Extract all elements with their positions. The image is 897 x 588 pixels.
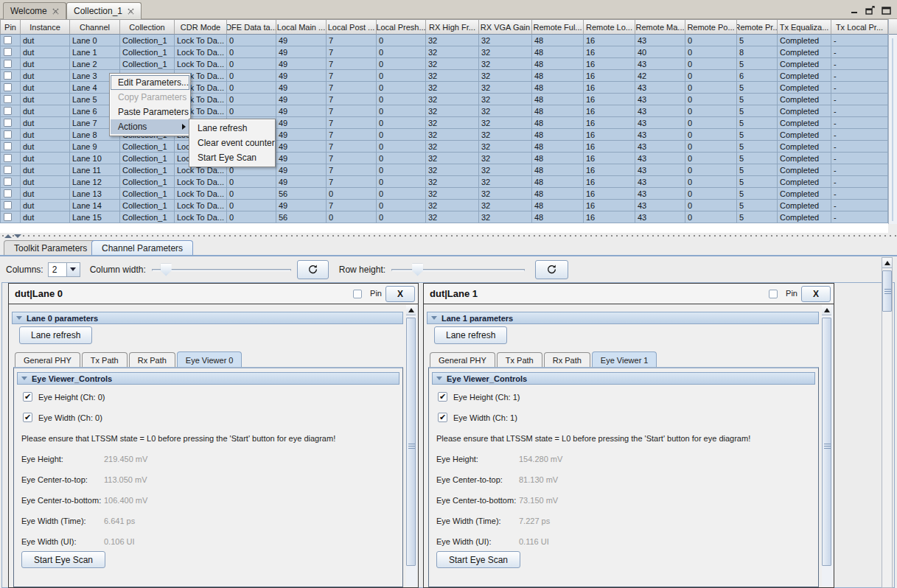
pin-checkbox[interactable] (4, 201, 12, 209)
column-header-remote-pr[interactable]: Remote Pr... (737, 19, 778, 35)
eye-viewer-controls-header[interactable]: Eye Viewer_Controls (17, 372, 399, 385)
column-header-instance[interactable]: Instance (21, 19, 70, 35)
close-panel-button[interactable]: X (801, 286, 831, 302)
column-width-refresh-button[interactable] (297, 260, 329, 279)
lane-parameters-section-header[interactable]: Lane 1 parameters (427, 312, 819, 324)
pin-checkbox[interactable] (4, 48, 12, 56)
pin-checkbox[interactable] (4, 83, 12, 91)
column-width-slider-thumb[interactable] (161, 264, 172, 276)
columns-combobox[interactable]: 2 (48, 262, 80, 277)
table-row[interactable]: dutLane 10Collection_1Lock To Da...04970… (0, 153, 888, 164)
menu-item-paste-parameters[interactable]: Paste Parameters (111, 105, 189, 119)
checkbox-checked[interactable]: ✔ (438, 413, 447, 422)
column-header-remote-lo[interactable]: Remote Lo... (584, 19, 635, 35)
scroll-up-arrow[interactable] (822, 305, 831, 315)
tab-rx-path[interactable]: Rx Path (544, 352, 590, 368)
column-header-local-main[interactable]: Local Main ... (276, 19, 327, 35)
menu-item-actions[interactable]: Actions (111, 119, 189, 134)
checkbox-checked[interactable]: ✔ (23, 392, 32, 402)
column-header-tx-local-pr[interactable]: Tx Local Pr... (831, 19, 888, 35)
lane-refresh-button[interactable]: Lane refresh (19, 326, 92, 344)
pin-checkbox[interactable] (4, 107, 12, 115)
pin-checkbox[interactable] (4, 60, 12, 68)
scrollbar-thumb[interactable] (882, 270, 892, 312)
table-row[interactable]: dutLane 14Collection_1Lock To Da...04970… (0, 200, 888, 211)
pin-checkbox[interactable] (4, 95, 12, 103)
eye-viewer-controls-header[interactable]: Eye Viewer_Controls (432, 372, 815, 385)
column-header-collection[interactable]: Collection (120, 19, 175, 35)
panel-scrollbar[interactable] (822, 305, 833, 587)
column-header-pin[interactable]: Pin (0, 19, 21, 35)
restore-icon[interactable] (865, 4, 875, 18)
table-row[interactable]: dutLane 12Collection_1Lock To Da...04970… (0, 176, 888, 188)
submenu-item-lane-refresh[interactable]: Lane refresh (190, 121, 274, 136)
row-height-slider[interactable] (391, 262, 525, 277)
pin-checkbox[interactable] (769, 290, 778, 298)
tab-general-phy[interactable]: General PHY (15, 352, 80, 368)
menu-item-edit-parameters[interactable]: Edit Parameters... (111, 75, 189, 90)
bottom-section-scrollbar[interactable] (882, 257, 893, 588)
columns-combobox-button[interactable] (67, 262, 80, 277)
row-height-slider-thumb[interactable] (412, 264, 423, 276)
column-header-channel[interactable]: Channel (70, 19, 120, 35)
tab-general-phy[interactable]: General PHY (430, 352, 495, 368)
column-header-local-presh[interactable]: Local Presh... (377, 19, 426, 35)
tab-eye-viewer-0[interactable]: Eye Viewer 0 (177, 351, 242, 368)
tab-welcome[interactable]: Welcome (3, 2, 66, 19)
table-row[interactable]: dutLane 13Collection_1Lock To Da...05600… (0, 188, 888, 200)
tab-tx-path[interactable]: Tx Path (497, 352, 542, 368)
scroll-up-arrow[interactable] (406, 305, 416, 315)
maximize-icon[interactable] (882, 4, 891, 18)
start-eye-scan-button[interactable]: Start Eye Scan (436, 551, 520, 568)
scroll-up-arrow[interactable] (882, 258, 892, 268)
close-icon[interactable] (128, 8, 134, 15)
column-header-rx-high-fr[interactable]: RX High Fr... (426, 19, 479, 35)
tab-channel-parameters[interactable]: Channel Parameters (91, 240, 193, 256)
scrollbar-thumb[interactable] (822, 318, 831, 566)
checkbox-checked[interactable]: ✔ (23, 413, 32, 422)
sash-collapse-down-icon[interactable] (14, 234, 21, 238)
column-header-remote-ma[interactable]: Remote Ma... (635, 19, 685, 35)
table-row[interactable]: dutLane 15Collection_1Lock To Da...05600… (0, 211, 888, 223)
splitter-sash[interactable] (0, 233, 897, 239)
close-icon[interactable] (52, 8, 59, 15)
tab-eye-viewer-1[interactable]: Eye Viewer 1 (592, 351, 657, 368)
pin-checkbox[interactable] (4, 154, 12, 162)
minimize-icon[interactable] (851, 4, 859, 18)
lane-refresh-button[interactable]: Lane refresh (434, 326, 507, 344)
pin-checkbox[interactable] (4, 142, 12, 150)
scrollbar-thumb[interactable] (406, 318, 416, 566)
tab-collection-1[interactable]: Collection_1 (66, 2, 142, 19)
start-eye-scan-button[interactable]: Start Eye Scan (21, 551, 105, 568)
tab-tx-path[interactable]: Tx Path (82, 352, 128, 368)
table-row[interactable]: dutLane 9Collection_1Lock To Da...049703… (0, 141, 888, 153)
checkbox-checked[interactable]: ✔ (438, 392, 447, 402)
pin-checkbox[interactable] (4, 119, 12, 127)
pin-checkbox[interactable] (4, 178, 12, 186)
sash-expand-up-icon[interactable] (4, 234, 12, 238)
pin-checkbox[interactable] (4, 166, 12, 174)
table-row[interactable]: dutLane 1Collection_1Lock To Da...049703… (0, 46, 888, 58)
column-header-cdr-mode[interactable]: CDR Mode (175, 19, 227, 35)
column-header-rx-vga-gain[interactable]: RX VGA Gain (479, 19, 532, 35)
pin-checkbox[interactable] (4, 189, 12, 197)
column-header-local-post[interactable]: Local Post ... (327, 19, 377, 35)
close-panel-button[interactable]: X (385, 286, 415, 302)
table-vertical-scrollbar[interactable] (888, 19, 897, 224)
pin-checkbox[interactable] (4, 130, 12, 139)
column-header-dfe-data-ta[interactable]: DFE Data ta... (227, 19, 276, 35)
panel-scrollbar[interactable] (406, 305, 417, 587)
tab-toolkit-parameters[interactable]: Toolkit Parameters (4, 240, 97, 256)
submenu-item-start-eye-scan[interactable]: Start Eye Scan (190, 150, 274, 165)
submenu-item-clear-event-counter[interactable]: Clear event counter (190, 136, 274, 150)
column-width-slider[interactable] (152, 262, 291, 277)
table-row[interactable]: dutLane 2Collection_1Lock To Da...049703… (0, 58, 888, 70)
tab-rx-path[interactable]: Rx Path (129, 352, 175, 368)
row-height-refresh-button[interactable] (535, 260, 568, 279)
column-header-remote-ful[interactable]: Remote Ful... (532, 19, 584, 35)
pin-checkbox[interactable] (353, 290, 362, 298)
pin-checkbox[interactable] (4, 213, 12, 221)
pin-checkbox[interactable] (4, 36, 12, 44)
pin-checkbox[interactable] (4, 71, 12, 80)
table-row[interactable]: dutLane 0Collection_1Lock To Da...049703… (0, 35, 888, 46)
